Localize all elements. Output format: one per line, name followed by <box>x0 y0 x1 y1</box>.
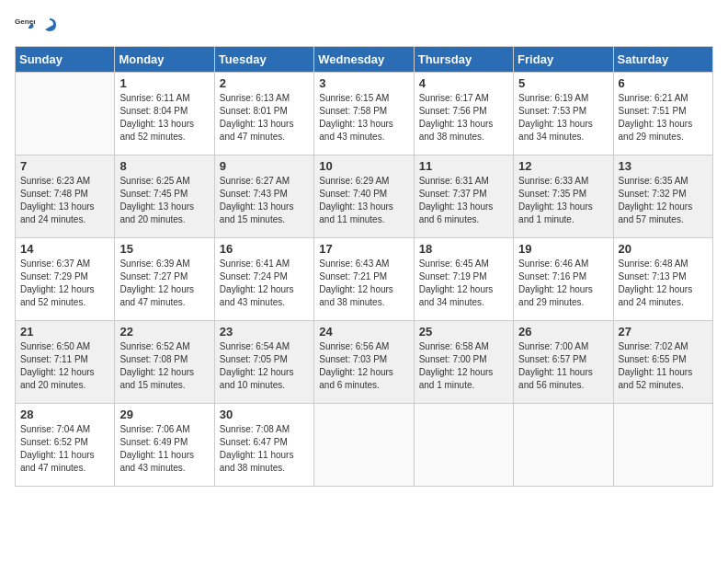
day-number: 23 <box>220 325 309 339</box>
day-number: 19 <box>518 242 608 256</box>
day-info: Sunrise: 6:39 AM Sunset: 7:27 PM Dayligh… <box>119 258 209 309</box>
calendar-cell: 13Sunrise: 6:35 AM Sunset: 7:32 PM Dayli… <box>613 155 712 238</box>
calendar-cell: 11Sunrise: 6:31 AM Sunset: 7:37 PM Dayli… <box>414 155 513 238</box>
day-info: Sunrise: 6:46 AM Sunset: 7:16 PM Dayligh… <box>518 258 608 309</box>
day-info: Sunrise: 6:35 AM Sunset: 7:32 PM Dayligh… <box>619 175 708 226</box>
calendar-week-row: 7Sunrise: 6:23 AM Sunset: 7:48 PM Daylig… <box>16 155 713 238</box>
day-info: Sunrise: 6:23 AM Sunset: 7:48 PM Dayligh… <box>20 175 109 226</box>
day-info: Sunrise: 6:11 AM Sunset: 8:04 PM Dayligh… <box>119 92 209 144</box>
weekday-header-monday: Monday <box>115 47 214 73</box>
calendar-cell: 15Sunrise: 6:39 AM Sunset: 7:27 PM Dayli… <box>115 238 214 321</box>
calendar-cell: 29Sunrise: 7:06 AM Sunset: 6:49 PM Dayli… <box>115 404 214 487</box>
calendar-cell: 26Sunrise: 7:00 AM Sunset: 6:57 PM Dayli… <box>514 321 613 404</box>
day-info: Sunrise: 6:31 AM Sunset: 7:37 PM Dayligh… <box>419 175 508 226</box>
weekday-header-friday: Friday <box>514 47 613 73</box>
day-number: 2 <box>220 76 309 90</box>
calendar-cell: 3Sunrise: 6:15 AM Sunset: 7:58 PM Daylig… <box>314 73 414 155</box>
calendar-cell: 23Sunrise: 6:54 AM Sunset: 7:05 PM Dayli… <box>214 321 313 404</box>
day-number: 30 <box>220 408 309 421</box>
calendar-week-row: 28Sunrise: 7:04 AM Sunset: 6:52 PM Dayli… <box>16 404 713 487</box>
day-number: 20 <box>619 242 708 256</box>
day-info: Sunrise: 7:02 AM Sunset: 6:55 PM Dayligh… <box>619 340 708 392</box>
calendar-cell: 19Sunrise: 6:46 AM Sunset: 7:16 PM Dayli… <box>514 238 613 321</box>
day-number: 8 <box>119 159 209 173</box>
calendar-cell <box>613 404 712 487</box>
day-number: 22 <box>119 325 209 339</box>
day-info: Sunrise: 6:48 AM Sunset: 7:13 PM Dayligh… <box>619 258 708 309</box>
weekday-header-saturday: Saturday <box>613 47 712 73</box>
calendar-cell: 1Sunrise: 6:11 AM Sunset: 8:04 PM Daylig… <box>115 73 214 155</box>
day-info: Sunrise: 6:27 AM Sunset: 7:43 PM Dayligh… <box>220 175 309 226</box>
calendar-cell: 4Sunrise: 6:17 AM Sunset: 7:56 PM Daylig… <box>414 73 513 155</box>
calendar-cell: 12Sunrise: 6:33 AM Sunset: 7:35 PM Dayli… <box>514 155 613 238</box>
day-number: 24 <box>319 325 408 339</box>
calendar-cell: 17Sunrise: 6:43 AM Sunset: 7:21 PM Dayli… <box>314 238 414 321</box>
calendar-cell: 7Sunrise: 6:23 AM Sunset: 7:48 PM Daylig… <box>16 155 115 238</box>
calendar-cell: 24Sunrise: 6:56 AM Sunset: 7:03 PM Dayli… <box>314 321 414 404</box>
day-info: Sunrise: 6:45 AM Sunset: 7:19 PM Dayligh… <box>419 258 508 309</box>
calendar-cell: 30Sunrise: 7:08 AM Sunset: 6:47 PM Dayli… <box>214 404 313 487</box>
calendar-cell: 22Sunrise: 6:52 AM Sunset: 7:08 PM Dayli… <box>115 321 214 404</box>
day-number: 28 <box>20 408 109 421</box>
day-info: Sunrise: 6:15 AM Sunset: 7:58 PM Dayligh… <box>319 92 408 144</box>
calendar-cell: 9Sunrise: 6:27 AM Sunset: 7:43 PM Daylig… <box>214 155 313 238</box>
calendar-cell: 14Sunrise: 6:37 AM Sunset: 7:29 PM Dayli… <box>16 238 115 321</box>
day-info: Sunrise: 6:52 AM Sunset: 7:08 PM Dayligh… <box>119 340 209 392</box>
calendar-week-row: 21Sunrise: 6:50 AM Sunset: 7:11 PM Dayli… <box>16 321 713 404</box>
day-number: 7 <box>20 159 109 173</box>
day-info: Sunrise: 7:04 AM Sunset: 6:52 PM Dayligh… <box>20 423 109 475</box>
day-number: 11 <box>419 159 508 173</box>
calendar-cell <box>314 404 414 487</box>
day-number: 17 <box>319 242 408 256</box>
day-number: 5 <box>518 76 608 90</box>
day-number: 12 <box>518 159 608 173</box>
day-number: 13 <box>619 159 708 173</box>
weekday-header-row: SundayMondayTuesdayWednesdayThursdayFrid… <box>16 47 713 73</box>
calendar-cell: 2Sunrise: 6:13 AM Sunset: 8:01 PM Daylig… <box>214 73 313 155</box>
calendar-cell: 10Sunrise: 6:29 AM Sunset: 7:40 PM Dayli… <box>314 155 414 238</box>
calendar-cell <box>414 404 513 487</box>
weekday-header-sunday: Sunday <box>16 47 115 73</box>
day-number: 26 <box>518 325 608 339</box>
calendar-cell: 6Sunrise: 6:21 AM Sunset: 7:51 PM Daylig… <box>613 73 712 155</box>
weekday-header-tuesday: Tuesday <box>214 47 313 73</box>
page-header: General <box>15 15 713 35</box>
day-info: Sunrise: 6:21 AM Sunset: 7:51 PM Dayligh… <box>619 92 708 144</box>
day-number: 21 <box>20 325 109 339</box>
calendar-cell: 8Sunrise: 6:25 AM Sunset: 7:45 PM Daylig… <box>115 155 214 238</box>
calendar-table: SundayMondayTuesdayWednesdayThursdayFrid… <box>15 46 713 487</box>
day-info: Sunrise: 6:25 AM Sunset: 7:45 PM Dayligh… <box>119 175 209 226</box>
calendar-cell: 21Sunrise: 6:50 AM Sunset: 7:11 PM Dayli… <box>16 321 115 404</box>
day-info: Sunrise: 6:50 AM Sunset: 7:11 PM Dayligh… <box>20 340 109 392</box>
day-number: 16 <box>220 242 309 256</box>
day-info: Sunrise: 6:58 AM Sunset: 7:00 PM Dayligh… <box>419 340 508 392</box>
calendar-cell: 27Sunrise: 7:02 AM Sunset: 6:55 PM Dayli… <box>613 321 712 404</box>
day-info: Sunrise: 6:54 AM Sunset: 7:05 PM Dayligh… <box>220 340 309 392</box>
day-info: Sunrise: 6:41 AM Sunset: 7:24 PM Dayligh… <box>220 258 309 309</box>
weekday-header-wednesday: Wednesday <box>314 47 414 73</box>
day-info: Sunrise: 6:37 AM Sunset: 7:29 PM Dayligh… <box>20 258 109 309</box>
day-number: 14 <box>20 242 109 256</box>
day-info: Sunrise: 6:56 AM Sunset: 7:03 PM Dayligh… <box>319 340 408 392</box>
day-number: 15 <box>119 242 209 256</box>
day-info: Sunrise: 6:43 AM Sunset: 7:21 PM Dayligh… <box>319 258 408 309</box>
day-number: 29 <box>119 408 209 421</box>
calendar-cell: 20Sunrise: 6:48 AM Sunset: 7:13 PM Dayli… <box>613 238 712 321</box>
calendar-week-row: 1Sunrise: 6:11 AM Sunset: 8:04 PM Daylig… <box>16 73 713 155</box>
calendar-week-row: 14Sunrise: 6:37 AM Sunset: 7:29 PM Dayli… <box>16 238 713 321</box>
day-number: 25 <box>419 325 508 339</box>
day-info: Sunrise: 6:17 AM Sunset: 7:56 PM Dayligh… <box>419 92 508 144</box>
calendar-cell: 5Sunrise: 6:19 AM Sunset: 7:53 PM Daylig… <box>514 73 613 155</box>
day-number: 9 <box>220 159 309 173</box>
day-number: 10 <box>319 159 408 173</box>
day-number: 3 <box>319 76 408 90</box>
calendar-cell: 25Sunrise: 6:58 AM Sunset: 7:00 PM Dayli… <box>414 321 513 404</box>
logo: General <box>15 15 59 35</box>
day-info: Sunrise: 7:00 AM Sunset: 6:57 PM Dayligh… <box>518 340 608 392</box>
calendar-cell <box>514 404 613 487</box>
calendar-cell: 28Sunrise: 7:04 AM Sunset: 6:52 PM Dayli… <box>16 404 115 487</box>
day-info: Sunrise: 6:29 AM Sunset: 7:40 PM Dayligh… <box>319 175 408 226</box>
day-info: Sunrise: 6:33 AM Sunset: 7:35 PM Dayligh… <box>518 175 608 226</box>
day-number: 1 <box>119 76 209 90</box>
day-info: Sunrise: 6:13 AM Sunset: 8:01 PM Dayligh… <box>220 92 309 144</box>
